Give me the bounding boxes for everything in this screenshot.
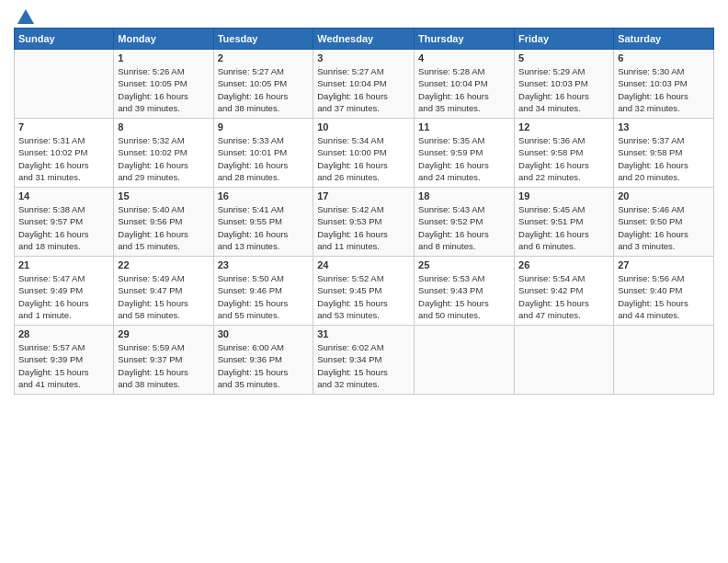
weekday-header-friday: Friday [515,29,614,50]
day-number: 6 [618,52,710,63]
cell-content: Sunrise: 6:02 AM Sunset: 9:34 PM Dayligh… [317,341,410,390]
cell-content: Sunrise: 5:46 AM Sunset: 9:50 PM Dayligh… [618,203,710,252]
calendar-week-row: 28Sunrise: 5:57 AM Sunset: 9:39 PM Dayli… [15,326,714,395]
calendar-cell: 28Sunrise: 5:57 AM Sunset: 9:39 PM Dayli… [15,326,114,395]
calendar-cell: 2Sunrise: 5:27 AM Sunset: 10:05 PM Dayli… [213,50,313,119]
calendar-cell: 22Sunrise: 5:49 AM Sunset: 9:47 PM Dayli… [114,257,213,326]
cell-content: Sunrise: 5:59 AM Sunset: 9:37 PM Dayligh… [118,341,209,390]
calendar-cell: 19Sunrise: 5:45 AM Sunset: 9:51 PM Dayli… [515,188,614,257]
svg-marker-0 [17,9,34,24]
day-number: 16 [218,190,310,201]
cell-content: Sunrise: 5:49 AM Sunset: 9:47 PM Dayligh… [118,272,209,321]
calendar-cell: 20Sunrise: 5:46 AM Sunset: 9:50 PM Dayli… [614,188,714,257]
cell-content: Sunrise: 6:00 AM Sunset: 9:36 PM Dayligh… [218,341,310,390]
calendar-table: SundayMondayTuesdayWednesdayThursdayFrid… [14,28,714,395]
weekday-header-sunday: Sunday [15,29,114,50]
calendar-cell: 7Sunrise: 5:31 AM Sunset: 10:02 PM Dayli… [15,119,114,188]
day-number: 15 [118,190,209,201]
calendar-week-row: 7Sunrise: 5:31 AM Sunset: 10:02 PM Dayli… [15,119,714,188]
calendar-cell: 12Sunrise: 5:36 AM Sunset: 9:58 PM Dayli… [515,119,614,188]
calendar-cell: 4Sunrise: 5:28 AM Sunset: 10:04 PM Dayli… [415,50,515,119]
calendar-cell: 18Sunrise: 5:43 AM Sunset: 9:52 PM Dayli… [415,188,515,257]
cell-content: Sunrise: 5:30 AM Sunset: 10:03 PM Daylig… [618,65,710,114]
day-number: 22 [118,259,209,270]
calendar-cell: 1Sunrise: 5:26 AM Sunset: 10:05 PM Dayli… [114,50,213,119]
day-number: 30 [218,328,310,339]
day-number: 21 [18,259,109,270]
calendar-cell: 24Sunrise: 5:52 AM Sunset: 9:45 PM Dayli… [313,257,415,326]
day-number: 24 [317,259,410,270]
weekday-header-row: SundayMondayTuesdayWednesdayThursdayFrid… [15,29,714,50]
day-number: 17 [317,190,410,201]
cell-content: Sunrise: 5:27 AM Sunset: 10:04 PM Daylig… [317,65,410,114]
calendar-cell: 9Sunrise: 5:33 AM Sunset: 10:01 PM Dayli… [213,119,313,188]
calendar-cell: 8Sunrise: 5:32 AM Sunset: 10:02 PM Dayli… [114,119,213,188]
cell-content: Sunrise: 5:33 AM Sunset: 10:01 PM Daylig… [218,134,310,183]
day-number: 5 [518,52,609,63]
calendar-cell: 11Sunrise: 5:35 AM Sunset: 9:59 PM Dayli… [415,119,515,188]
cell-content: Sunrise: 5:29 AM Sunset: 10:03 PM Daylig… [518,65,609,114]
day-number: 13 [618,121,710,132]
cell-content: Sunrise: 5:50 AM Sunset: 9:46 PM Dayligh… [218,272,310,321]
weekday-header-tuesday: Tuesday [213,29,313,50]
day-number: 20 [618,190,710,201]
day-number: 28 [18,328,109,339]
day-number: 23 [218,259,310,270]
calendar-cell: 25Sunrise: 5:53 AM Sunset: 9:43 PM Dayli… [415,257,515,326]
calendar-cell: 26Sunrise: 5:54 AM Sunset: 9:42 PM Dayli… [515,257,614,326]
calendar-cell [515,326,614,395]
calendar-week-row: 1Sunrise: 5:26 AM Sunset: 10:05 PM Dayli… [15,50,714,119]
day-number: 11 [418,121,510,132]
cell-content: Sunrise: 5:32 AM Sunset: 10:02 PM Daylig… [118,134,209,183]
logo [14,9,36,24]
day-number: 7 [18,121,109,132]
cell-content: Sunrise: 5:37 AM Sunset: 9:58 PM Dayligh… [618,134,710,183]
weekday-header-monday: Monday [114,29,213,50]
cell-content: Sunrise: 5:52 AM Sunset: 9:45 PM Dayligh… [317,272,410,321]
calendar-week-row: 14Sunrise: 5:38 AM Sunset: 9:57 PM Dayli… [15,188,714,257]
cell-content: Sunrise: 5:27 AM Sunset: 10:05 PM Daylig… [218,65,310,114]
day-number: 10 [317,121,410,132]
calendar-cell: 30Sunrise: 6:00 AM Sunset: 9:36 PM Dayli… [213,326,313,395]
day-number: 31 [317,328,410,339]
calendar-cell: 17Sunrise: 5:42 AM Sunset: 9:53 PM Dayli… [313,188,415,257]
calendar-cell: 27Sunrise: 5:56 AM Sunset: 9:40 PM Dayli… [614,257,714,326]
cell-content: Sunrise: 5:57 AM Sunset: 9:39 PM Dayligh… [18,341,109,390]
cell-content: Sunrise: 5:42 AM Sunset: 9:53 PM Dayligh… [317,203,410,252]
cell-content: Sunrise: 5:41 AM Sunset: 9:55 PM Dayligh… [218,203,310,252]
day-number: 2 [218,52,310,63]
day-number: 8 [118,121,209,132]
day-number: 27 [618,259,710,270]
cell-content: Sunrise: 5:43 AM Sunset: 9:52 PM Dayligh… [418,203,510,252]
calendar-cell [415,326,515,395]
weekday-header-thursday: Thursday [415,29,515,50]
weekday-header-wednesday: Wednesday [313,29,415,50]
cell-content: Sunrise: 5:38 AM Sunset: 9:57 PM Dayligh… [18,203,109,252]
day-number: 1 [118,52,209,63]
calendar-cell: 23Sunrise: 5:50 AM Sunset: 9:46 PM Dayli… [213,257,313,326]
header [14,9,714,24]
cell-content: Sunrise: 5:35 AM Sunset: 9:59 PM Dayligh… [418,134,510,183]
weekday-header-saturday: Saturday [614,29,714,50]
cell-content: Sunrise: 5:36 AM Sunset: 9:58 PM Dayligh… [518,134,609,183]
calendar-cell: 15Sunrise: 5:40 AM Sunset: 9:56 PM Dayli… [114,188,213,257]
day-number: 14 [18,190,109,201]
cell-content: Sunrise: 5:53 AM Sunset: 9:43 PM Dayligh… [418,272,510,321]
cell-content: Sunrise: 5:31 AM Sunset: 10:02 PM Daylig… [18,134,109,183]
calendar-cell: 21Sunrise: 5:47 AM Sunset: 9:49 PM Dayli… [15,257,114,326]
day-number: 12 [518,121,609,132]
cell-content: Sunrise: 5:40 AM Sunset: 9:56 PM Dayligh… [118,203,209,252]
day-number: 19 [518,190,609,201]
day-number: 26 [518,259,609,270]
calendar-cell: 3Sunrise: 5:27 AM Sunset: 10:04 PM Dayli… [313,50,415,119]
calendar-cell: 31Sunrise: 6:02 AM Sunset: 9:34 PM Dayli… [313,326,415,395]
cell-content: Sunrise: 5:47 AM Sunset: 9:49 PM Dayligh… [18,272,109,321]
calendar-cell: 14Sunrise: 5:38 AM Sunset: 9:57 PM Dayli… [15,188,114,257]
calendar-cell: 5Sunrise: 5:29 AM Sunset: 10:03 PM Dayli… [515,50,614,119]
cell-content: Sunrise: 5:54 AM Sunset: 9:42 PM Dayligh… [518,272,609,321]
calendar-cell: 13Sunrise: 5:37 AM Sunset: 9:58 PM Dayli… [614,119,714,188]
day-number: 29 [118,328,209,339]
calendar-cell: 10Sunrise: 5:34 AM Sunset: 10:00 PM Dayl… [313,119,415,188]
calendar-cell [15,50,114,119]
calendar-week-row: 21Sunrise: 5:47 AM Sunset: 9:49 PM Dayli… [15,257,714,326]
